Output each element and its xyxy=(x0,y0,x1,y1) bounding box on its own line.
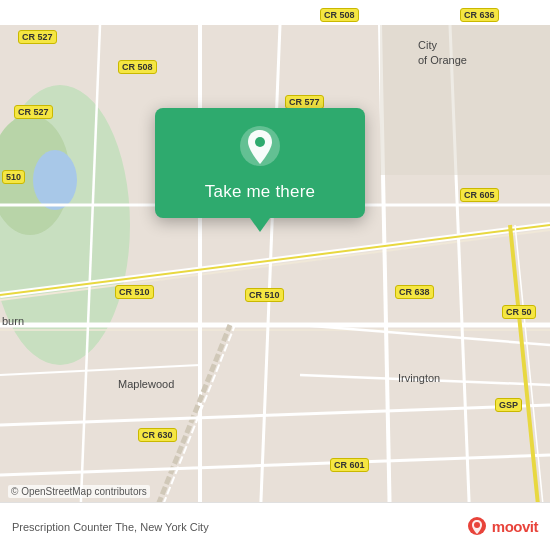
road-badge-cr510c: CR 638 xyxy=(395,285,434,299)
moovit-label: moovit xyxy=(492,518,538,535)
city-label-irvington: Irvington xyxy=(398,372,440,384)
road-badge-cr527b: CR 527 xyxy=(14,105,53,119)
svg-point-26 xyxy=(255,137,265,147)
city-label-burn: burn xyxy=(2,315,24,327)
bottom-left-section: Prescription Counter The, New York City xyxy=(12,521,209,533)
road-badge-cr636: CR 636 xyxy=(460,8,499,22)
road-badge-cr508a: CR 508 xyxy=(118,60,157,74)
city-label-maplewood: Maplewood xyxy=(118,378,174,390)
moovit-icon xyxy=(466,516,488,538)
map-background xyxy=(0,0,550,550)
attribution-text: Prescription Counter The, New York City xyxy=(12,521,209,533)
road-badge-gsp: GSP xyxy=(495,398,522,412)
svg-point-28 xyxy=(474,522,480,528)
road-badge-510: 510 xyxy=(2,170,25,184)
popup-card: Take me there xyxy=(155,108,365,218)
road-badge-cr638: CR 510 xyxy=(245,288,284,302)
map-container: CR 636 CR 527 CR 508 CR 508 CR 577 CR 52… xyxy=(0,0,550,550)
take-me-there-button[interactable]: Take me there xyxy=(201,180,319,204)
road-badge-cr510b: CR 510 xyxy=(115,285,154,299)
road-badge-cr577: CR 577 xyxy=(285,95,324,109)
road-badge-cr605: CR 605 xyxy=(460,188,499,202)
moovit-logo: moovit xyxy=(466,516,538,538)
road-badge-cr50: CR 50 xyxy=(502,305,536,319)
bottom-bar: Prescription Counter The, New York City … xyxy=(0,502,550,550)
map-attribution: © OpenStreetMap contributors xyxy=(8,485,150,498)
svg-point-3 xyxy=(33,150,77,210)
road-badge-cr630: CR 630 xyxy=(138,428,177,442)
location-pin-icon xyxy=(238,126,282,170)
road-badge-cr527a: CR 527 xyxy=(18,30,57,44)
road-badge-cr508b: CR 508 xyxy=(320,8,359,22)
city-label-orange: Cityof Orange xyxy=(418,38,467,69)
road-badge-cr601: CR 601 xyxy=(330,458,369,472)
